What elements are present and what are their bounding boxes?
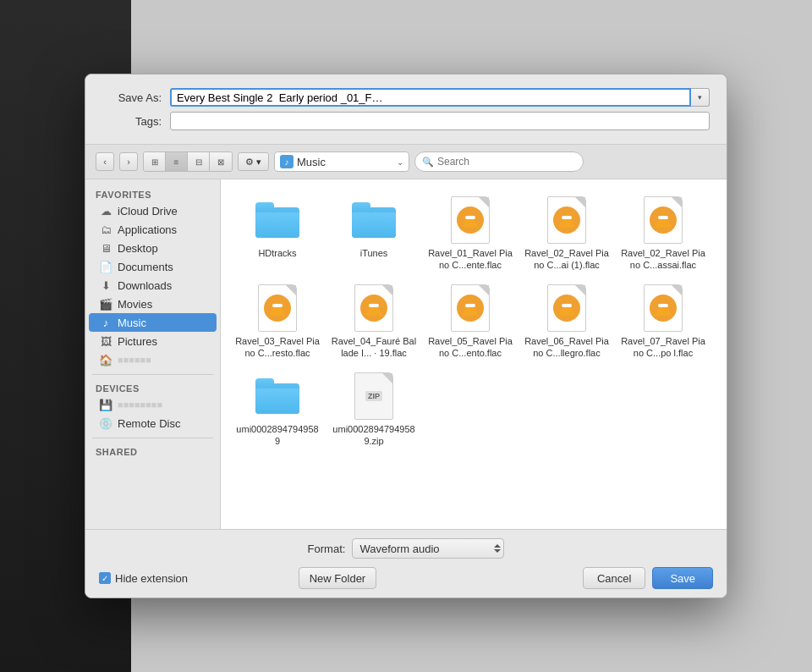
list-item[interactable]: ZIP umi0002894794958 9.zip <box>327 366 420 450</box>
save-as-input[interactable] <box>170 88 691 107</box>
search-box[interactable]: 🔍 <box>414 151 584 172</box>
sidebar-divider-shared <box>92 438 213 438</box>
list-item[interactable]: Ravel_02_Ravel Piano C...assai.flac <box>617 190 710 274</box>
flac-icon-wrapper <box>254 284 301 332</box>
file-name: Ravel_07_Ravel Piano C...po l.flac <box>620 335 706 359</box>
sidebar-item-disk[interactable]: 💾 ■■■■■■■■ <box>89 395 217 414</box>
sidebar-item-label: ■■■■■■■■ <box>118 399 162 410</box>
sidebar-item-label: ■■■■■■ <box>118 355 151 365</box>
sidebar-item-downloads[interactable]: ⬇ Downloads <box>89 276 217 295</box>
hide-extension-checkbox[interactable]: ✓ <box>99 572 111 584</box>
tags-input[interactable] <box>170 112 710 130</box>
list-item[interactable]: HDtracks <box>231 190 324 274</box>
movies-icon: 🎬 <box>99 297 112 311</box>
action-icon: ⚙ <box>245 157 254 168</box>
list-item[interactable]: Ravel_06_Ravel Piano C...llegro.flac <box>520 278 613 362</box>
footer-actions: ✓ Hide extension New Folder Cancel Save <box>99 567 713 589</box>
browser-body: Favorites ☁ iCloud Drive 🗂 Applications … <box>85 179 727 529</box>
sidebar-item-music[interactable]: ♪ Music <box>89 313 217 332</box>
sidebar-item-documents[interactable]: 📄 Documents <box>89 257 217 276</box>
view-coverflow-button[interactable]: ⊠ <box>210 152 232 171</box>
sidebar-item-label: Documents <box>118 261 173 273</box>
sidebar-item-label: iCloud Drive <box>118 205 178 218</box>
format-label: Format: <box>308 543 346 555</box>
search-input[interactable] <box>437 156 576 168</box>
vlc-cone-icon <box>269 300 286 316</box>
desktop-icon: 🖥 <box>99 241 112 255</box>
flac-icon-wrapper <box>543 196 590 244</box>
forward-button[interactable]: › <box>119 152 138 171</box>
file-name: Ravel_05_Ravel Piano C...ento.flac <box>427 335 513 359</box>
action-button[interactable]: ⚙ ▾ <box>238 152 269 171</box>
flac-file-icon <box>451 196 490 244</box>
sidebar-item-icloud-drive[interactable]: ☁ iCloud Drive <box>89 201 217 220</box>
format-select-wrapper: Waveform audio FLAC MP3 AAC <box>352 538 504 559</box>
file-name: Ravel_04_Fauré Ballade I... · 19.flac <box>331 335 417 359</box>
list-item[interactable]: Ravel_04_Fauré Ballade I... · 19.flac <box>327 278 420 362</box>
view-column-button[interactable]: ⊟ <box>188 152 210 171</box>
sidebar-item-label: Music <box>118 317 146 329</box>
documents-icon: 📄 <box>99 260 112 273</box>
shared-section-label: Shared <box>85 443 220 459</box>
browser-toolbar: ‹ › ⊞ ≡ ⊟ ⊠ ⚙ ▾ ♪ Music ⌄ 🔍 <box>85 145 727 179</box>
cancel-button[interactable]: Cancel <box>583 567 645 589</box>
list-item[interactable]: Ravel_02_Ravel Piano C...ai (1).flac <box>520 190 613 274</box>
sidebar-item-pictures[interactable]: 🖼 Pictures <box>89 332 217 350</box>
sidebar-item-movies[interactable]: 🎬 Movies <box>89 295 217 313</box>
hdtracks-folder-icon <box>255 202 299 238</box>
checkmark-icon: ✓ <box>102 574 108 583</box>
pictures-icon: 🖼 <box>99 334 112 348</box>
vlc-cone-icon <box>462 212 479 228</box>
folder-icon-wrapper <box>254 196 301 244</box>
file-name: Ravel_06_Ravel Piano C...llegro.flac <box>524 335 610 359</box>
sidebar-divider-devices <box>92 374 213 375</box>
sidebar-item-label: Remote Disc <box>118 417 180 430</box>
save-button[interactable]: Save <box>652 567 713 589</box>
location-selector[interactable]: ♪ Music ⌄ <box>274 151 409 172</box>
flac-file-icon <box>644 196 683 244</box>
action-arrow: ▾ <box>256 157 261 168</box>
home-icon: 🏠 <box>99 353 112 366</box>
new-folder-button[interactable]: New Folder <box>299 567 376 589</box>
sidebar-item-remote-disc[interactable]: 💿 Remote Disc <box>89 414 217 432</box>
search-icon: 🔍 <box>422 157 434 168</box>
back-button[interactable]: ‹ <box>96 152 114 171</box>
vlc-cone-icon <box>365 300 382 316</box>
list-item[interactable]: Ravel_01_Ravel Piano C...ente.flac <box>424 190 517 274</box>
location-folder-icon: ♪ <box>280 155 294 168</box>
file-name: Ravel_02_Ravel Piano C...ai (1).flac <box>524 247 610 271</box>
list-item[interactable]: Ravel_07_Ravel Piano C...po l.flac <box>617 278 710 362</box>
flac-file-icon <box>354 284 393 332</box>
sidebar-item-desktop[interactable]: 🖥 Desktop <box>89 239 217 257</box>
flac-icon-wrapper <box>447 284 494 332</box>
list-item[interactable]: Ravel_03_Ravel Piano C...resto.flac <box>231 278 324 362</box>
sidebar-item-label: Desktop <box>118 242 158 255</box>
expand-button[interactable]: ▾ <box>691 88 710 107</box>
tags-label: Tags: <box>102 115 170 128</box>
location-chevron: ⌄ <box>397 157 403 167</box>
disk-icon: 💾 <box>99 398 112 411</box>
list-item[interactable]: Ravel_05_Ravel Piano C...ento.flac <box>424 278 517 362</box>
flac-icon-wrapper <box>350 284 398 332</box>
vlc-cone-icon <box>558 300 575 316</box>
remote-disc-icon: 💿 <box>99 416 112 430</box>
dialog-header: Save As: ▾ Tags: <box>85 74 727 145</box>
sidebar-item-applications[interactable]: 🗂 Applications <box>89 220 217 239</box>
folder-icon-wrapper <box>254 372 301 420</box>
format-row: Format: Waveform audio FLAC MP3 AAC <box>99 538 713 559</box>
vlc-cone-icon <box>655 212 672 228</box>
format-select[interactable]: Waveform audio FLAC MP3 AAC <box>352 538 504 559</box>
sidebar-item-home[interactable]: 🏠 ■■■■■■ <box>89 350 217 369</box>
folder-icon-wrapper <box>350 196 398 244</box>
flac-icon-wrapper <box>639 284 687 332</box>
applications-icon: 🗂 <box>99 223 112 236</box>
file-name: iTunes <box>360 247 388 259</box>
list-item[interactable]: iTunes <box>327 190 420 274</box>
flac-file-icon <box>547 284 586 332</box>
zip-label: ZIP <box>365 391 382 401</box>
view-list-button[interactable]: ≡ <box>166 152 188 171</box>
list-item[interactable]: umi0002894794958 9 <box>231 366 324 450</box>
view-icon-button[interactable]: ⊞ <box>144 152 166 171</box>
flac-file-icon <box>258 284 297 332</box>
flac-file-icon <box>547 196 586 244</box>
